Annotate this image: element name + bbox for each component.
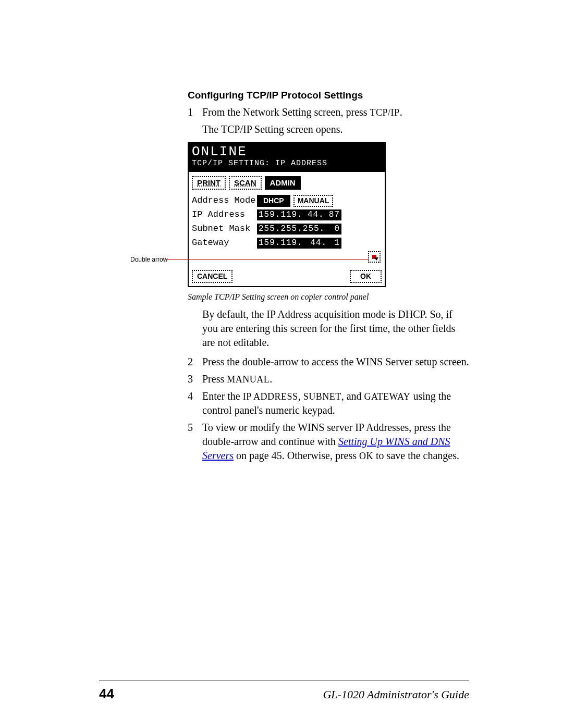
ok-button[interactable]: OK [350,270,382,283]
address-mode-row: Address Mode DHCP MANUAL [192,195,382,207]
gw-oct-3: 44. [310,238,327,249]
figure-caption: Sample TCP/IP Setting screen on copier c… [188,291,469,303]
ip-oct-12: 159.119. [259,209,303,221]
double-arrow-row [192,251,382,263]
content-column: Configuring TCP/IP Protocol Settings 1 F… [188,89,469,463]
inline-field-ref-ip: IP ADDRESS [243,391,298,402]
ip-oct-4: 87 [329,209,340,221]
gw-oct-12: 159.119. [259,238,303,249]
lcd-figure: Double arrow ONLINE TCP/IP SETTING: IP A… [188,142,469,287]
page-footer: 44 GL-1020 Administrator's Guide [99,686,469,702]
step-5: 5 To view or modify the WINS server IP A… [188,421,469,463]
manual-button[interactable]: MANUAL [293,195,334,207]
print-tab[interactable]: PRINT [192,176,226,190]
step-2: 2 Press the double-arrow to access the W… [188,355,469,369]
subnet-mask-value[interactable]: 255.255.255. 0 [257,224,341,235]
lcd-screen-title: TCP/IP SETTING: IP ADDRESS [192,158,382,169]
section-heading: Configuring TCP/IP Protocol Settings [188,89,469,102]
inline-button-ref-ok: OK [359,451,373,461]
sm-oct-4: 0 [334,224,340,235]
ip-address-row: IP Address 159.119. 44. 87 [192,209,382,221]
step-body: Enter the IP ADDRESS, SUBNET, and GATEWA… [202,389,469,417]
address-mode-label: Address Mode [192,195,257,207]
lcd-footer: CANCEL OK [189,267,385,286]
step-3-pre: Press [202,373,227,385]
lcd-tab-row: PRINT SCAN ADMIN [192,176,382,190]
step-number: 3 [188,372,202,386]
s5-b: on page 45. Otherwise, press [234,450,359,461]
copier-lcd-panel: ONLINE TCP/IP SETTING: IP ADDRESS PRINT … [188,142,386,287]
cancel-button[interactable]: CANCEL [192,270,232,283]
dhcp-button[interactable]: DHCP [257,195,290,207]
inline-field-ref-subnet: SUBNET [303,391,341,402]
scan-tab[interactable]: SCAN [229,176,262,190]
inline-button-ref-manual: MANUAL [227,374,270,385]
ip-oct-3: 44. [308,209,324,221]
s4-c: , and [341,390,364,402]
subnet-mask-label: Subnet Mask [192,223,257,235]
admin-tab[interactable]: ADMIN [265,176,301,190]
step-1-text-a: From the Network Setting screen, press [202,106,370,118]
step-1: 1 From the Network Setting screen, press… [188,105,469,137]
chevron-down-icon [374,257,378,261]
step-number: 5 [188,421,202,463]
ip-address-value[interactable]: 159.119. 44. 87 [257,209,341,221]
gateway-value[interactable]: 159.119. 44. 1 [257,238,341,249]
manual-page: Configuring TCP/IP Protocol Settings 1 F… [0,0,563,728]
step-number: 2 [188,355,202,369]
s4-a: Enter the [202,390,243,402]
gw-oct-4: 1 [334,238,340,249]
step-3: 3 Press MANUAL. [188,372,469,386]
explanatory-paragraph: By default, the IP Address acquisition m… [202,307,469,350]
step-number: 4 [188,389,202,417]
subnet-mask-row: Subnet Mask 255.255.255. 0 [192,223,382,235]
lcd-header: ONLINE TCP/IP SETTING: IP ADDRESS [189,143,385,172]
step-body: Press the double-arrow to access the WIN… [202,355,469,369]
s4-b: , [298,390,303,402]
footer-rule [99,681,469,681]
callout-leader-line [166,259,380,260]
inline-field-ref-gateway: GATEWAY [364,391,411,402]
double-arrow-button[interactable] [368,251,381,263]
lcd-status-online: ONLINE [192,145,382,158]
s5-c: to save the changes. [373,450,459,461]
guide-title: GL-1020 Administrator's Guide [323,688,469,701]
callout-label-double-arrow: Double arrow [130,255,167,264]
inline-button-ref-tcpip: TCP/IP [370,107,400,118]
step-body: To view or modify the WINS server IP Add… [202,421,469,463]
step-1-line2: The TCP/IP Setting screen opens. [202,124,342,135]
step-number: 1 [188,105,202,137]
lcd-body: PRINT SCAN ADMIN Address Mode DHCP MANUA… [189,172,385,267]
step-4: 4 Enter the IP ADDRESS, SUBNET, and GATE… [188,389,469,417]
step-1-text-c: . [400,106,402,118]
page-number: 44 [99,686,114,702]
sm-oct-123: 255.255.255. [259,224,325,235]
step-3-post: . [270,373,272,385]
step-body: Press MANUAL. [202,372,469,386]
step-body: From the Network Setting screen, press T… [202,105,469,137]
gateway-label: Gateway [192,237,257,249]
gateway-row: Gateway 159.119. 44. 1 [192,237,382,249]
ip-address-label: IP Address [192,209,257,221]
